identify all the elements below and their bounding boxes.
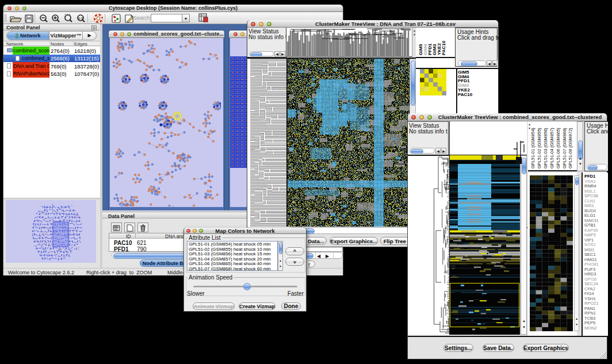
svg-text:1:1: 1:1 xyxy=(78,17,83,20)
